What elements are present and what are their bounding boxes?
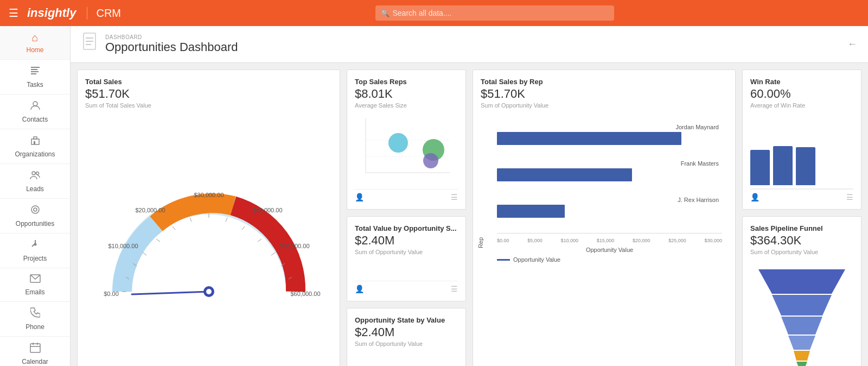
- bar-row-frank: Frank Masters: [497, 160, 722, 181]
- svg-marker-64: [772, 295, 832, 315]
- svg-point-11: [34, 208, 37, 211]
- win-rate-card: Win Rate 60.00% Average of Win Rate 👤 ☰: [742, 70, 861, 210]
- leads-icon: [30, 169, 41, 183]
- search-icon: 🔍: [381, 9, 390, 17]
- total-sales-by-rep-value: $51.70K: [481, 87, 727, 101]
- svg-rect-16: [30, 344, 40, 352]
- search-input[interactable]: [375, 5, 614, 21]
- svg-marker-67: [794, 351, 810, 361]
- sidebar-item-label: Tasks: [27, 81, 43, 89]
- projects-icon: [30, 239, 41, 253]
- svg-point-8: [32, 172, 35, 175]
- win-rate-subtitle: Average of Win Rate: [750, 102, 853, 109]
- breadcrumb-title: DASHBOARD Opportunities Dashboard: [105, 34, 238, 54]
- hamburger-menu[interactable]: ☰: [9, 7, 18, 20]
- logo: insightly: [27, 6, 76, 20]
- hbar-chart: Rep Jordan Maynard Frank Masters: [481, 113, 727, 366]
- sidebar-item-phone[interactable]: Phone: [0, 302, 70, 337]
- sidebar-item-label: Phone: [25, 323, 44, 331]
- total-value-opp-chart: [355, 260, 458, 281]
- bar-row-jordan: Jordan Maynard: [497, 124, 722, 145]
- total-value-opp-value: $2.40M: [355, 234, 458, 248]
- total-sales-by-rep-title: Total Sales by Rep: [481, 78, 727, 86]
- person-icon: 👤: [355, 193, 364, 201]
- sidebar-item-label: Opportunities: [16, 220, 54, 228]
- top-navigation: ☰ insightly CRM 🔍: [0, 0, 868, 26]
- sidebar-item-label: Leads: [26, 185, 44, 193]
- total-value-opp-footer: 👤 ☰: [355, 281, 458, 293]
- total-value-opp-title: Total Value by Opportunity S...: [355, 224, 458, 232]
- sidebar-item-leads[interactable]: Leads: [0, 164, 70, 199]
- svg-line-52: [271, 253, 275, 255]
- svg-line-47: [190, 218, 192, 222]
- win-rate-bar-2: [773, 146, 793, 185]
- sidebar-item-label: Organizations: [15, 150, 55, 158]
- sidebar-item-calendar[interactable]: Calendar: [0, 337, 70, 366]
- menu-icon[interactable]: ☰: [451, 193, 458, 201]
- svg-line-44: [143, 253, 146, 255]
- sidebar-item-emails[interactable]: Emails: [0, 268, 70, 302]
- page-title: Opportunities Dashboard: [105, 40, 238, 54]
- win-rate-title: Win Rate: [750, 78, 853, 86]
- organizations-icon: [30, 135, 41, 148]
- bubble-chart: [355, 113, 458, 189]
- home-icon: ⌂: [31, 31, 38, 44]
- sales-pipeline-title: Sales Pipeline Funnel: [750, 224, 853, 232]
- sidebar-item-contacts[interactable]: Contacts: [0, 94, 70, 129]
- funnel-chart: [750, 260, 853, 366]
- opp-state-by-value-card: Opportunity State by Value $2.40M Sum of…: [347, 308, 466, 366]
- total-sales-title: Total Sales: [85, 78, 332, 86]
- menu-icon[interactable]: ☰: [846, 193, 853, 201]
- menu-icon[interactable]: ☰: [451, 285, 458, 293]
- collapse-button[interactable]: ←: [847, 39, 857, 50]
- svg-point-14: [34, 243, 36, 246]
- dashboard-grid: Total Sales $51.70K Sum of Total Sales V…: [71, 63, 868, 366]
- bar-rex: [497, 205, 565, 218]
- sidebar-item-organizations[interactable]: Organizations: [0, 129, 70, 164]
- win-rate-bar-1: [750, 150, 770, 185]
- top-sales-reps-footer: 👤 ☰: [355, 189, 458, 201]
- total-value-opp-subtitle: Sum of Opportunity Value: [355, 249, 458, 255]
- sales-pipeline-value: $364.30K: [750, 234, 853, 248]
- svg-point-60: [388, 133, 408, 153]
- sidebar-item-tasks[interactable]: Tasks: [0, 60, 70, 94]
- opp-state-subtitle: Sum of Opportunity Value: [355, 340, 458, 347]
- sidebar-item-opportunities[interactable]: Opportunities: [0, 199, 70, 234]
- calendar-icon: [30, 342, 41, 356]
- opp-state-title: Opportunity State by Value: [355, 316, 458, 324]
- svg-marker-66: [788, 336, 815, 350]
- win-rate-bars: [750, 113, 853, 189]
- svg-line-50: [242, 226, 245, 230]
- search-wrap: 🔍: [375, 5, 614, 21]
- tasks-icon: [30, 65, 41, 79]
- sales-pipeline-subtitle: Sum of Opportunity Value: [750, 249, 853, 255]
- svg-marker-63: [758, 269, 845, 294]
- sidebar-item-home[interactable]: ⌂ Home: [0, 26, 70, 60]
- y-axis-label: Rep: [477, 237, 484, 248]
- top-sales-reps-title: Top Sales Reps: [355, 78, 458, 86]
- svg-text:$40,000.00: $40,000.00: [252, 207, 282, 213]
- win-rate-footer: 👤 ☰: [750, 189, 853, 201]
- svg-line-13: [32, 244, 34, 247]
- top-sales-reps-card: Top Sales Reps $8.01K Average Sales Size: [347, 70, 466, 210]
- sidebar-item-label: Calendar: [22, 358, 48, 365]
- total-sales-by-rep-card: Total Sales by Rep $51.70K Sum of Opport…: [473, 70, 736, 366]
- total-sales-by-rep-subtitle: Sum of Opportunity Value: [481, 102, 727, 109]
- sidebar-item-label: Contacts: [22, 116, 48, 123]
- legend-row: Opportunity Value: [497, 256, 722, 263]
- opportunities-icon: [30, 204, 41, 218]
- dashboard-doc-icon: [81, 33, 99, 56]
- gauge-chart: $0.00 $10,000.00 $20,000.00 $30,000.00 $…: [85, 113, 332, 366]
- total-sales-card: Total Sales $51.70K Sum of Total Sales V…: [77, 70, 340, 366]
- x-axis-ticks: $0.00$5,000$10,000$15,000$20,000$25,000$…: [497, 233, 722, 243]
- page-header-left: DASHBOARD Opportunities Dashboard: [81, 33, 238, 56]
- sidebar-item-label: Projects: [23, 255, 47, 262]
- svg-line-51: [258, 239, 261, 242]
- win-rate-bar-3: [796, 147, 815, 185]
- main-content: DASHBOARD Opportunities Dashboard ← Tota…: [71, 26, 868, 366]
- sidebar: ⌂ Home Tasks Contacts Organizations Le: [0, 26, 71, 366]
- total-sales-value: $51.70K: [85, 87, 332, 101]
- app-label: CRM: [87, 7, 121, 20]
- sidebar-item-projects[interactable]: Projects: [0, 234, 70, 268]
- sales-pipeline-card: Sales Pipeline Funnel $364.30K Sum of Op…: [742, 216, 861, 366]
